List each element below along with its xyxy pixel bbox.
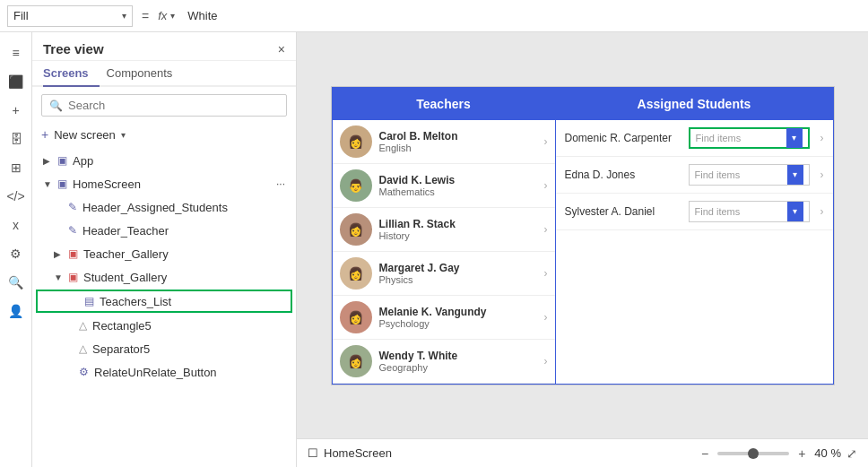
teacher-info-1: Carol B. Melton English (379, 130, 537, 153)
teacher-row[interactable]: 👩 Lillian R. Stack History › (333, 208, 555, 252)
row-arrow-icon: › (544, 267, 548, 280)
formula-value: White (180, 9, 217, 22)
variables-icon[interactable]: x (3, 212, 30, 238)
find-items-dropdown-1[interactable]: Find items ▾ (689, 127, 810, 149)
teacher-row[interactable]: 👩 Carol B. Melton English › (333, 120, 555, 164)
dropdown-arrow-icon-3[interactable]: ▾ (787, 202, 803, 221)
row-arrow-icon: › (544, 355, 548, 368)
canvas-area: Teachers 👩 Carol B. Melton English › 👨 (297, 32, 868, 467)
add-icon[interactable]: + (3, 97, 30, 124)
data-icon[interactable]: 🗄 (3, 125, 30, 152)
homescreen-more-button[interactable]: ··· (273, 177, 289, 190)
canvas-bottom-bar: ☐ HomeScreen − + 40 % ⤢ (297, 438, 868, 467)
row-arrow-icon: › (544, 135, 548, 148)
menu-icon[interactable]: ≡ (3, 39, 30, 66)
student-row-3: Sylvester A. Daniel Find items ▾ › (556, 194, 833, 230)
teacher-subject-4: Physics (379, 274, 537, 285)
header-teacher-icon: ✎ (68, 224, 77, 237)
tab-components[interactable]: Components (107, 61, 184, 87)
teacher-name-6: Wendy T. White (379, 350, 537, 362)
teacher-info-2: David K. Lewis Mathematics (379, 174, 537, 197)
code-icon[interactable]: </> (3, 183, 30, 210)
tree-item-separator5[interactable]: △ Separator5 (32, 337, 296, 360)
student-row-arrow-1: › (820, 132, 824, 144)
search-box[interactable]: 🔍 (41, 94, 287, 117)
tree-item-rectangle5[interactable]: △ Rectangle5 (32, 314, 296, 337)
teacher-row[interactable]: 👩 Margaret J. Gay Physics › (333, 252, 555, 296)
screen-name-section: ☐ HomeScreen (308, 446, 392, 460)
rectangle5-label: Rectangle5 (92, 319, 289, 333)
expand-button[interactable]: ⤢ (846, 446, 857, 461)
search-box-icon: 🔍 (49, 99, 63, 112)
teacher-subject-1: English (379, 143, 537, 153)
teacher-info-3: Lillian R. Stack History (379, 218, 537, 241)
teacher-info-5: Melanie K. Vangundy Psychology (379, 306, 537, 329)
student-row-2: Edna D. Jones Find items ▾ › (556, 157, 833, 194)
tree-item-header-teacher[interactable]: ✎ Header_Teacher (32, 219, 296, 242)
tree-header: Tree view × (32, 32, 296, 61)
teacher-row[interactable]: 👨 David K. Lewis Mathematics › (333, 164, 555, 208)
teacher-row[interactable]: 👩 Wendy T. White Geography › (333, 340, 555, 384)
teacher-row[interactable]: 👩 Melanie K. Vangundy Psychology › (333, 296, 555, 340)
tree-tabs: Screens Components (32, 61, 296, 87)
find-items-dropdown-3[interactable]: Find items ▾ (689, 201, 810, 222)
teacher-gallery-icon: ▣ (68, 247, 78, 260)
student-row-1: Domenic R. Carpenter Find items ▾ › (556, 120, 833, 157)
settings-icon[interactable]: ⚙ (3, 240, 30, 267)
tree-item-app[interactable]: ▶ ▣ App (32, 149, 296, 172)
main-layout: ≡ ⬛ + 🗄 ⊞ </> x ⚙ 🔍 👤 Tree view × Screen… (0, 32, 868, 467)
find-items-placeholder-3: Find items (695, 206, 741, 217)
close-button[interactable]: × (278, 42, 285, 56)
row-arrow-icon: › (544, 179, 548, 192)
layers-icon[interactable]: ⬛ (3, 68, 30, 95)
teacher-info-6: Wendy T. White Geography (379, 350, 537, 373)
student-row-arrow-3: › (820, 205, 824, 218)
zoom-level-label: 40 % (814, 446, 841, 460)
tree-item-teachers-list[interactable]: ▤ Teachers_List (36, 290, 292, 313)
student-gallery-label: Student_Gallery (83, 271, 289, 284)
header-teacher-label: Header_Teacher (82, 224, 289, 238)
new-screen-label: New screen (54, 128, 116, 142)
tree-item-student-gallery[interactable]: ▼ ▣ Student_Gallery (32, 265, 296, 289)
tree-item-teacher-gallery[interactable]: ▶ ▣ Teacher_Gallery (32, 242, 296, 265)
tree-item-relateunrelate[interactable]: ⚙ RelateUnRelate_Button (32, 360, 296, 384)
user-icon[interactable]: 👤 (3, 298, 30, 324)
student-name-2: Edna D. Jones (565, 169, 681, 181)
dropdown-arrow-icon-1[interactable]: ▾ (786, 128, 803, 148)
row-arrow-icon: › (544, 311, 548, 324)
dropdown-arrow-icon-2[interactable]: ▾ (787, 165, 803, 185)
tree-panel: Tree view × Screens Components 🔍 + New s… (32, 32, 297, 467)
student-gallery-icon: ▣ (68, 271, 78, 283)
search-icon[interactable]: 🔍 (3, 269, 30, 296)
tree-item-header-assigned[interactable]: ✎ Header_Assigned_Students (32, 195, 296, 219)
zoom-plus-button[interactable]: + (794, 446, 809, 461)
zoom-minus-button[interactable]: − (698, 446, 712, 461)
teacher-info-4: Margaret J. Gay Physics (379, 262, 537, 285)
separator5-label: Separator5 (92, 342, 289, 356)
equals-sign: = (138, 9, 152, 23)
row-arrow-icon: › (544, 223, 548, 236)
student-name-1: Domenic R. Carpenter (565, 132, 681, 144)
students-header: Assigned Students (556, 88, 833, 120)
teachers-list-label: Teachers_List (100, 295, 283, 308)
tree-item-homescreen[interactable]: ▼ ▣ HomeScreen ··· (32, 172, 296, 195)
teachers-list-icon: ▤ (84, 295, 94, 307)
teacher-name-4: Margaret J. Gay (379, 262, 537, 274)
teacher-avatar-2: 👨 (340, 169, 372, 202)
teacher-gallery-label: Teacher_Gallery (83, 247, 289, 261)
zoom-slider[interactable] (717, 452, 789, 455)
new-screen-chevron-icon: ▾ (121, 130, 126, 140)
new-screen-button[interactable]: + New screen ▾ (32, 124, 296, 149)
header-assigned-icon: ✎ (68, 201, 77, 213)
fill-dropdown[interactable]: Fill ▾ (7, 5, 133, 27)
find-items-dropdown-2[interactable]: Find items ▾ (689, 164, 810, 186)
fill-label: Fill (13, 9, 118, 22)
student-name-3: Sylvester A. Daniel (565, 205, 681, 218)
screen-checkbox-icon[interactable]: ☐ (308, 446, 318, 460)
fx-bar[interactable]: fx ▾ (158, 9, 175, 22)
tab-screens[interactable]: Screens (43, 61, 100, 87)
find-items-placeholder-1: Find items (696, 133, 742, 143)
teacher-name-2: David K. Lewis (379, 174, 537, 186)
view-icon[interactable]: ⊞ (3, 154, 30, 181)
search-input[interactable] (68, 99, 279, 112)
